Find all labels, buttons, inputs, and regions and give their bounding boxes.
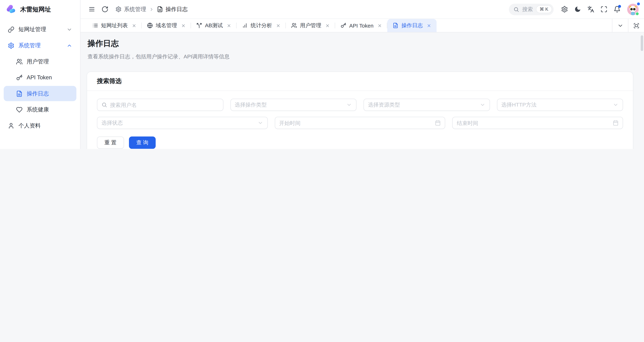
end-time-picker[interactable] bbox=[452, 117, 623, 129]
sidebar-item-system-management[interactable]: 系统管理 bbox=[4, 38, 76, 53]
sidebar-subitem-operation-log[interactable]: 操作日志 bbox=[4, 86, 76, 101]
content-fullscreen-icon[interactable] bbox=[628, 19, 644, 32]
file-text-icon bbox=[16, 90, 23, 97]
topbar-actions: 搜索 ⌘ K bbox=[509, 4, 639, 15]
tab-label: 用户管理 bbox=[300, 22, 321, 29]
http-method-select[interactable]: 选择HTTP方法 bbox=[497, 99, 623, 111]
user-avatar[interactable] bbox=[627, 4, 639, 15]
close-icon[interactable] bbox=[427, 23, 431, 28]
brand[interactable]: 木雷短网址 bbox=[0, 0, 80, 19]
close-icon[interactable] bbox=[276, 23, 281, 28]
username-search-input[interactable] bbox=[110, 102, 218, 108]
chevron-right-icon bbox=[149, 7, 154, 12]
heart-icon bbox=[16, 106, 23, 113]
close-icon[interactable] bbox=[378, 23, 382, 28]
gear-icon bbox=[8, 42, 14, 49]
tab-short-link-list[interactable]: 短网址列表 bbox=[87, 19, 142, 32]
breadcrumb-section[interactable]: 系统管理 bbox=[116, 6, 146, 13]
sidebar-subitem-user-management[interactable]: 用户管理 bbox=[4, 54, 76, 69]
language-icon[interactable] bbox=[585, 4, 596, 15]
users-icon bbox=[16, 58, 23, 65]
reset-button[interactable]: 重 置 bbox=[97, 136, 124, 149]
filter-row-1: 选择操作类型 选择资源类型 选择HTTP方法 bbox=[97, 99, 623, 111]
sidebar-menu: 短网址管理 系统管理 用户管理 API Token 操作日志 bbox=[0, 19, 80, 149]
chevron-down-icon bbox=[66, 27, 72, 32]
topbar: 系统管理 操作日志 搜索 ⌘ K bbox=[80, 0, 644, 19]
settings-icon[interactable] bbox=[558, 4, 570, 15]
query-button[interactable]: 查 询 bbox=[129, 136, 156, 149]
sidebar-item-short-url-management[interactable]: 短网址管理 bbox=[4, 22, 76, 37]
search-placeholder: 搜索 bbox=[522, 6, 533, 13]
filter-card-body: 选择操作类型 选择资源类型 选择HTTP方法 bbox=[87, 91, 633, 149]
resource-type-select[interactable]: 选择资源类型 bbox=[364, 99, 490, 111]
filter-card: 搜索筛选 选择操作类型 选择资源类型 bbox=[86, 72, 633, 149]
chevron-up-icon bbox=[66, 43, 72, 48]
sidebar-item-profile[interactable]: 个人资料 bbox=[4, 118, 76, 133]
close-icon[interactable] bbox=[181, 23, 186, 28]
tab-api-token[interactable]: API Token bbox=[335, 19, 388, 32]
fullscreen-icon[interactable] bbox=[598, 4, 610, 15]
username-search-field[interactable] bbox=[97, 99, 223, 111]
key-icon bbox=[16, 74, 23, 81]
global-search-button[interactable]: 搜索 ⌘ K bbox=[509, 4, 554, 15]
sidebar-item-label: 系统管理 bbox=[18, 42, 40, 49]
key-icon bbox=[340, 23, 346, 28]
status-select[interactable]: 选择状态 bbox=[97, 117, 268, 129]
notification-dot bbox=[618, 5, 621, 8]
app-window: 木雷短网址 短网址管理 系统管理 用户管理 API Token bbox=[0, 0, 644, 149]
notifications-bell-icon[interactable] bbox=[611, 4, 622, 15]
filter-buttons: 重 置 查 询 bbox=[97, 136, 623, 149]
tab-user-management[interactable]: 用户管理 bbox=[286, 19, 336, 32]
page-subtitle: 查看系统操作日志，包括用户操作记录、API调用详情等信息 bbox=[88, 53, 633, 60]
tab-statistics[interactable]: 统计分析 bbox=[237, 19, 286, 32]
chevron-down-icon bbox=[346, 102, 352, 108]
sidebar-subitem-label: 系统健康 bbox=[27, 106, 49, 113]
tab-label: AB测试 bbox=[205, 22, 223, 29]
breadcrumb-current[interactable]: 操作日志 bbox=[157, 6, 188, 13]
chevron-down-icon bbox=[258, 120, 263, 126]
shortcut-badge: ⌘ K bbox=[536, 6, 552, 13]
brand-title: 木雷短网址 bbox=[20, 6, 51, 14]
users-icon bbox=[292, 23, 297, 28]
main-area: 系统管理 操作日志 搜索 ⌘ K bbox=[80, 0, 644, 149]
tab-label: 域名管理 bbox=[156, 22, 177, 29]
avatar-notification-dot bbox=[637, 2, 640, 5]
list-icon bbox=[92, 23, 98, 28]
tab-list-dropdown-icon[interactable] bbox=[612, 19, 628, 32]
tab-ab-test[interactable]: AB测试 bbox=[191, 19, 237, 32]
refresh-icon[interactable] bbox=[99, 4, 110, 15]
dark-mode-moon-icon[interactable] bbox=[572, 4, 583, 15]
page-content: 操作日志 查看系统操作日志，包括用户操作记录、API调用详情等信息 搜索筛选 选… bbox=[80, 33, 644, 149]
link-icon bbox=[8, 26, 14, 33]
close-icon[interactable] bbox=[132, 23, 136, 28]
start-time-input[interactable] bbox=[279, 120, 432, 126]
tab-domain-management[interactable]: 域名管理 bbox=[142, 19, 191, 32]
sidebar-item-label: 个人资料 bbox=[18, 122, 40, 129]
hamburger-menu-icon[interactable] bbox=[86, 4, 97, 15]
globe-icon bbox=[147, 23, 153, 28]
scrollbar-thumb[interactable] bbox=[641, 35, 643, 51]
file-text-icon bbox=[393, 23, 398, 28]
sidebar-item-label: 短网址管理 bbox=[18, 26, 46, 33]
tab-operation-log[interactable]: 操作日志 bbox=[388, 19, 437, 32]
sidebar: 木雷短网址 短网址管理 系统管理 用户管理 API Token bbox=[0, 0, 80, 149]
breadcrumb: 系统管理 操作日志 bbox=[116, 6, 188, 13]
close-icon[interactable] bbox=[326, 23, 330, 28]
bar-chart-icon bbox=[242, 23, 248, 28]
brand-logo-icon bbox=[5, 4, 16, 15]
tab-label: 操作日志 bbox=[402, 22, 423, 29]
user-icon bbox=[8, 122, 14, 129]
sidebar-subitem-system-health[interactable]: 系统健康 bbox=[4, 102, 76, 117]
split-icon bbox=[196, 23, 202, 28]
end-time-input[interactable] bbox=[457, 120, 610, 126]
action-type-select[interactable]: 选择操作类型 bbox=[230, 99, 356, 111]
search-icon bbox=[513, 7, 519, 12]
calendar-icon bbox=[613, 120, 618, 126]
sidebar-subitem-label: API Token bbox=[27, 75, 52, 81]
chevron-down-icon bbox=[613, 102, 618, 108]
tab-label: 统计分析 bbox=[250, 22, 272, 29]
tab-label: API Token bbox=[349, 22, 374, 29]
close-icon[interactable] bbox=[227, 23, 231, 28]
sidebar-subitem-api-token[interactable]: API Token bbox=[4, 70, 76, 85]
start-time-picker[interactable] bbox=[274, 117, 445, 129]
